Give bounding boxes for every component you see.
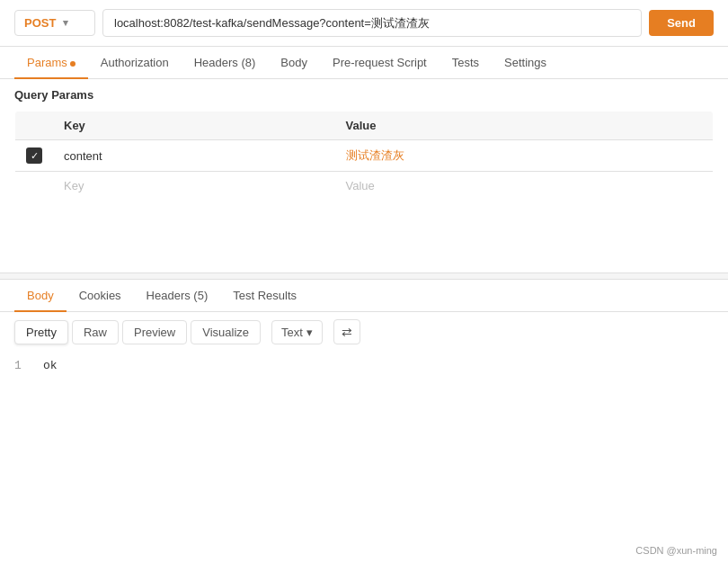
row-checkbox-cell[interactable]: ✓ xyxy=(15,140,54,172)
response-tab-headers[interactable]: Headers (5) xyxy=(134,280,221,311)
method-selector[interactable]: POST ▾ xyxy=(14,10,95,36)
type-selector[interactable]: Text ▾ xyxy=(271,320,323,344)
tab-body[interactable]: Body xyxy=(268,47,320,78)
url-input[interactable] xyxy=(102,9,642,37)
table-row-empty: Key Value xyxy=(15,172,714,201)
tab-authorization[interactable]: Authorization xyxy=(88,47,182,78)
tab-params[interactable]: Params xyxy=(14,47,88,78)
format-preview-button[interactable]: Preview xyxy=(122,320,187,344)
method-label: POST xyxy=(24,16,56,30)
row-value[interactable]: 测试渣渣灰 xyxy=(335,140,714,172)
checkbox-checked-icon[interactable]: ✓ xyxy=(26,147,42,164)
word-wrap-button[interactable]: ⇄ xyxy=(333,319,360,344)
response-body: 1 ok xyxy=(0,352,728,380)
col-key-header: Key xyxy=(53,112,335,140)
section-divider xyxy=(0,273,728,280)
type-label: Text xyxy=(281,326,303,339)
table-row: ✓ content 测试渣渣灰 xyxy=(15,140,714,172)
response-tab-test-results[interactable]: Test Results xyxy=(220,280,309,311)
request-bar: POST ▾ Send xyxy=(0,0,728,47)
format-bar: Pretty Raw Preview Visualize Text ▾ ⇄ xyxy=(0,312,728,352)
tab-tests[interactable]: Tests xyxy=(439,47,492,78)
col-checkbox-header xyxy=(15,112,54,140)
response-tabs: Body Cookies Headers (5) Test Results xyxy=(0,280,728,312)
request-tabs: Params Authorization Headers (8) Body Pr… xyxy=(0,47,728,79)
method-chevron-icon: ▾ xyxy=(63,17,68,29)
response-tab-cookies[interactable]: Cookies xyxy=(67,280,134,311)
word-wrap-icon: ⇄ xyxy=(342,325,352,339)
send-button[interactable]: Send xyxy=(649,10,714,36)
format-pretty-button[interactable]: Pretty xyxy=(14,320,68,344)
response-line: 1 ok xyxy=(14,359,714,372)
row-key[interactable]: content xyxy=(53,140,335,172)
tab-pre-request-script[interactable]: Pre-request Script xyxy=(320,47,439,78)
empty-row-checkbox xyxy=(15,172,54,201)
line-content: ok xyxy=(43,359,58,372)
line-number: 1 xyxy=(14,359,29,372)
app-container: POST ▾ Send Params Authorization Headers… xyxy=(0,0,728,563)
query-params-title: Query Params xyxy=(0,79,728,111)
tab-headers[interactable]: Headers (8) xyxy=(182,47,269,78)
params-dot xyxy=(70,61,75,67)
format-visualize-button[interactable]: Visualize xyxy=(191,320,261,344)
format-raw-button[interactable]: Raw xyxy=(72,320,119,344)
params-table: Key Value ✓ content 测试渣渣灰 Key Value xyxy=(14,111,714,201)
response-tab-body[interactable]: Body xyxy=(14,280,67,311)
empty-space xyxy=(0,201,728,255)
type-chevron-icon: ▾ xyxy=(306,326,313,339)
empty-row-value[interactable]: Value xyxy=(335,172,714,201)
empty-row-key[interactable]: Key xyxy=(53,172,335,201)
col-value-header: Value xyxy=(335,112,714,140)
watermark: CSDN @xun-ming xyxy=(635,545,717,556)
tab-settings[interactable]: Settings xyxy=(492,47,559,78)
